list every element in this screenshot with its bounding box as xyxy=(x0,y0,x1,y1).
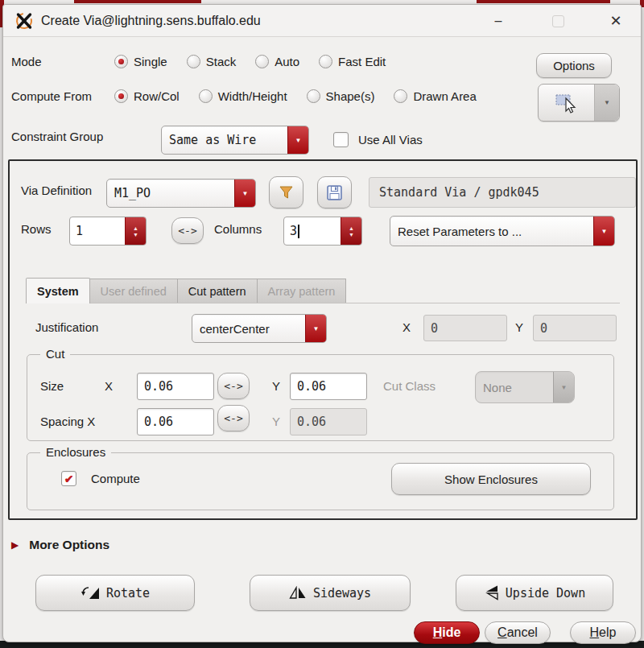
tab-divider xyxy=(26,303,620,303)
radio-icon xyxy=(307,89,320,103)
cut-class-dropdown: None ▼ xyxy=(475,371,575,403)
tab-user-defined: User defined xyxy=(90,279,178,303)
justification-x-label: X xyxy=(402,320,411,334)
size-x-label: X xyxy=(105,379,113,393)
upside-down-button[interactable]: Upside Down xyxy=(456,575,613,611)
use-all-vias-checkbox[interactable] xyxy=(333,132,349,147)
enclosures-groupbox-title: Enclosures xyxy=(40,445,111,459)
spacing-x-label: Spacing X xyxy=(40,415,95,428)
reset-parameters-dropdown[interactable]: Reset Parameters to ... ▼ xyxy=(390,216,615,246)
chevron-down-icon: ▼ xyxy=(305,315,326,342)
cut-groupbox: Cut Size X 0.06 <-> Y 0.06 Cut Class Non… xyxy=(27,354,614,441)
spacing-y-field: 0.06 xyxy=(290,408,367,435)
compute-from-row: Compute From Row/Col Width/Height Shape(… xyxy=(11,89,477,103)
sideways-icon xyxy=(289,586,307,600)
check-icon: ✔ xyxy=(64,473,74,485)
compute-radio-drawn-area[interactable]: Drawn Area xyxy=(394,89,476,103)
minimize-button[interactable]: – xyxy=(485,10,512,31)
radio-icon xyxy=(255,55,269,68)
rotate-button[interactable]: Rotate xyxy=(35,575,195,611)
compute-radio-width-height[interactable]: Width/Height xyxy=(199,89,287,103)
tab-array-pattern: Array pattern xyxy=(258,279,347,303)
mode-row: Mode Single Stack Auto Fast Edit xyxy=(11,55,386,68)
floppy-disk-icon xyxy=(326,184,343,201)
via-definition-dropdown[interactable]: M1_PO ▼ xyxy=(106,179,256,208)
enclosures-groupbox: Enclosures ✔ Compute Show Enclosures xyxy=(27,452,614,510)
spacing-x-field[interactable]: 0.06 xyxy=(137,408,214,435)
constraint-group-dropdown[interactable]: Same as Wire ▼ xyxy=(161,126,309,155)
mode-radio-stack[interactable]: Stack xyxy=(187,55,237,68)
swap-spacing-xy-button[interactable]: <-> xyxy=(217,405,250,431)
rows-spinner[interactable]: 1 ▲▼ xyxy=(69,217,147,246)
tab-cut-pattern[interactable]: Cut pattern xyxy=(178,279,258,303)
save-button[interactable] xyxy=(317,176,352,208)
compute-checkbox[interactable]: ✔ xyxy=(61,471,76,486)
close-button[interactable]: ✕ xyxy=(602,10,630,31)
filter-button[interactable] xyxy=(269,176,303,208)
justification-y-field: 0 xyxy=(533,315,617,341)
via-definition-label: Via Definition xyxy=(21,184,92,197)
constraint-group-label: Constraint Group xyxy=(11,130,103,143)
maximize-button[interactable] xyxy=(544,10,572,31)
mode-radio-fast-edit[interactable]: Fast Edit xyxy=(319,55,386,68)
mode-radio-auto[interactable]: Auto xyxy=(255,55,299,68)
via-info-readonly-field: Standard Via / gpdk045 xyxy=(369,177,636,208)
compute-from-label: Compute From xyxy=(11,89,114,103)
size-x-field[interactable]: 0.06 xyxy=(137,373,214,400)
compute-radio-shapes[interactable]: Shape(s) xyxy=(307,89,375,103)
funnel-icon xyxy=(279,185,294,200)
swap-size-xy-button[interactable]: <-> xyxy=(217,373,250,399)
title-bar[interactable]: Create Via@lightning.sens.buffalo.edu – … xyxy=(3,5,641,37)
spacing-y-label: Y xyxy=(272,415,280,428)
mode-radio-group: Single Stack Auto Fast Edit xyxy=(114,55,386,68)
columns-label: Columns xyxy=(214,222,262,236)
columns-spinner[interactable]: 3 ▲▼ xyxy=(283,217,362,246)
tab-bar: System User defined Cut pattern Array pa… xyxy=(26,279,346,303)
text-cursor xyxy=(298,225,299,238)
chevron-down-icon: ▼ xyxy=(553,372,574,402)
background-window-edge xyxy=(477,0,610,3)
tab-system[interactable]: System xyxy=(26,278,90,303)
more-options-toggle[interactable]: ▶ More Options xyxy=(11,538,109,552)
radio-icon xyxy=(319,55,332,68)
size-y-field[interactable]: 0.06 xyxy=(290,373,367,400)
xming-app-icon xyxy=(14,11,34,31)
compute-checkbox-row[interactable]: ✔ Compute xyxy=(61,471,140,486)
rows-label: Rows xyxy=(21,222,52,236)
chevron-down-icon[interactable]: ▼ xyxy=(595,85,619,121)
window-title: Create Via@lightning.sens.buffalo.edu xyxy=(41,14,261,28)
compute-label: Compute xyxy=(91,472,140,485)
options-button[interactable]: Options xyxy=(536,53,612,78)
create-via-dialog: Create Via@lightning.sens.buffalo.edu – … xyxy=(2,4,642,642)
selection-mode-split-button[interactable]: ▼ xyxy=(538,84,620,122)
swap-rows-columns-button[interactable]: <-> xyxy=(171,217,204,244)
use-all-vias-checkbox-row[interactable]: Use All Vias xyxy=(333,132,423,147)
justification-dropdown[interactable]: centerCenter ▼ xyxy=(192,314,327,343)
radio-icon xyxy=(394,89,407,103)
maximize-icon xyxy=(552,15,564,27)
compute-from-radio-group: Row/Col Width/Height Shape(s) Drawn Area xyxy=(114,89,477,103)
radio-icon xyxy=(187,55,200,68)
cut-groupbox-title: Cut xyxy=(40,347,70,361)
show-enclosures-button[interactable]: Show Enclosures xyxy=(391,463,591,495)
spinner-arrows-icon[interactable]: ▲▼ xyxy=(125,217,146,245)
chevron-down-icon: ▼ xyxy=(287,126,308,154)
rotate-icon xyxy=(80,585,100,601)
justification-y-label: Y xyxy=(515,320,523,334)
justification-label: Justification xyxy=(35,320,98,334)
justification-x-field: 0 xyxy=(423,315,507,341)
hide-button[interactable]: Hide xyxy=(414,621,480,644)
expand-arrow-icon: ▶ xyxy=(11,539,19,551)
mode-label: Mode xyxy=(11,55,114,68)
mode-radio-single[interactable]: Single xyxy=(114,55,167,68)
cursor-select-icon[interactable] xyxy=(539,85,595,121)
sideways-button[interactable]: Sideways xyxy=(250,575,411,611)
chevron-down-icon: ▼ xyxy=(593,217,614,246)
spinner-arrows-icon[interactable]: ▲▼ xyxy=(341,217,361,245)
radio-icon xyxy=(114,55,128,68)
compute-radio-row-col[interactable]: Row/Col xyxy=(114,89,180,103)
help-button[interactable]: Help xyxy=(570,621,636,644)
cancel-button[interactable]: Cancel xyxy=(485,621,551,644)
cut-class-label: Cut Class xyxy=(383,379,436,393)
radio-icon xyxy=(114,89,128,103)
